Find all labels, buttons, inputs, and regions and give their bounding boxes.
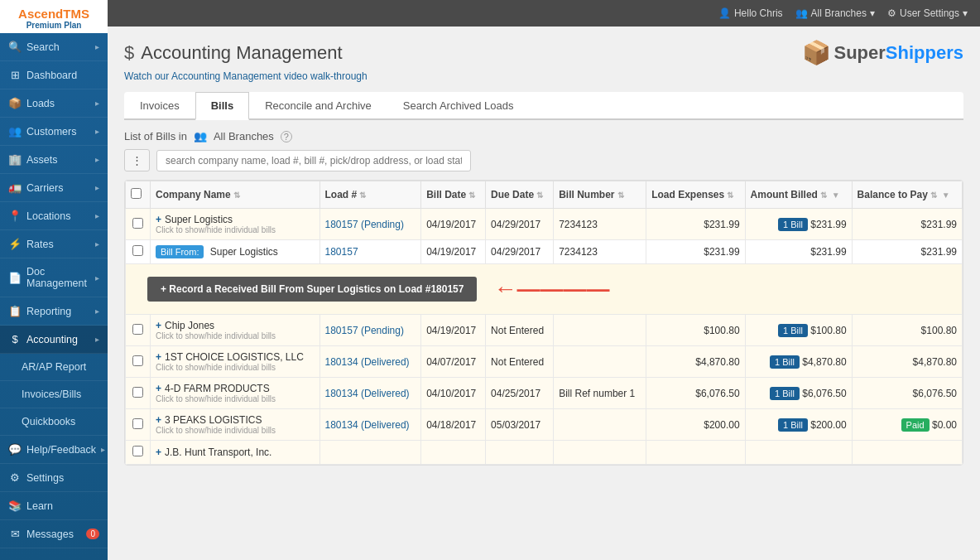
expand-row-button[interactable]: +: [156, 351, 161, 363]
sidebar-icon-rates: ⚡: [8, 238, 22, 250]
sidebar-item-customers[interactable]: 👥Customers▸: [0, 118, 108, 146]
sidebar-item-reporting[interactable]: 📋Reporting▸: [0, 297, 108, 326]
list-header-text: List of Bills in: [124, 130, 187, 142]
col-header-balance[interactable]: Balance to Pay⇅ ▼: [852, 181, 962, 209]
tab-reconcile[interactable]: Reconcile and Archive: [249, 92, 387, 120]
expand-row-button[interactable]: +: [156, 320, 161, 331]
bill-number: [554, 441, 646, 465]
sidebar-item-doc-management[interactable]: 📄Doc Management▸: [0, 258, 108, 297]
table-row: +1ST CHOICE LOGISTICS, LLCClick to show/…: [126, 346, 963, 378]
sort-icon-load-expenses: ⇅: [727, 191, 733, 200]
tab-bills[interactable]: Bills: [195, 92, 249, 120]
info-icon[interactable]: ?: [281, 131, 292, 142]
sidebar-item-dashboard[interactable]: ⊞Dashboard: [0, 61, 108, 89]
select-all-checkbox[interactable]: [131, 188, 142, 199]
load-expenses: $200.00: [646, 409, 745, 441]
tab-search-archived[interactable]: Search Archived Loads: [387, 92, 530, 120]
row-checkbox[interactable]: [132, 324, 143, 335]
sidebar-icon-learn: 📚: [8, 500, 22, 512]
arrow-indicator: ←————: [493, 276, 609, 302]
brand-logo-text: SuperShippers: [834, 42, 964, 64]
amount-billed: 1 Bill $100.80: [745, 315, 852, 346]
sidebar-label-quickbooks: Quickbooks: [22, 416, 75, 427]
sidebar-item-messages[interactable]: ✉Messages0: [0, 520, 108, 548]
company-name: 1ST CHOICE LOGISTICS, LLC: [165, 351, 304, 363]
load-link[interactable]: 180134 (Delivered): [325, 356, 410, 368]
col-header-due-date[interactable]: Due Date⇅: [486, 181, 554, 209]
sidebar-icon-accounting: $: [8, 333, 22, 345]
due-date: [486, 441, 554, 465]
chevron-icon: ▸: [95, 211, 99, 220]
due-date: 04/25/2017: [486, 378, 554, 409]
col-header-bill-date[interactable]: Bill Date⇅: [421, 181, 486, 209]
search-input[interactable]: [156, 150, 471, 171]
load-link[interactable]: 180134 (Delivered): [325, 388, 410, 399]
sidebar-item-help[interactable]: 💬Help/Feedback▸: [0, 436, 108, 464]
col-header-bill-number[interactable]: Bill Number⇅: [554, 181, 646, 209]
balance-to-pay: $6,076.50: [852, 378, 962, 409]
chevron-down-icon: ▾: [870, 7, 875, 19]
tab-invoices[interactable]: Invoices: [124, 92, 195, 120]
sidebar-item-accounting[interactable]: $Accounting▸: [0, 326, 108, 354]
col-header-load[interactable]: Load #⇅: [319, 181, 421, 209]
sidebar-icon-carriers: 🚛: [8, 181, 22, 194]
bill-count-badge: 1 Bill: [778, 324, 808, 337]
paid-badge: Paid: [901, 418, 930, 432]
row-checkbox[interactable]: [132, 418, 143, 429]
sidebar-label-locations: Locations: [26, 210, 71, 222]
branches-icon-list: 👥: [194, 130, 207, 142]
row-click-hint: Click to show/hide individual bills: [156, 225, 315, 234]
sidebar-logo: AscendTMS Premium Plan: [0, 0, 108, 33]
page-subtitle[interactable]: Watch our Accounting Management video wa…: [124, 70, 963, 82]
bill-date: 04/19/2017: [421, 209, 486, 240]
list-header: List of Bills in 👥 All Branches ?: [124, 130, 963, 142]
chevron-icon: ▸: [95, 239, 99, 249]
sidebar-item-quickbooks[interactable]: Quickbooks: [0, 408, 108, 436]
col-header-company[interactable]: Company Name⇅: [151, 181, 320, 209]
sidebar-item-carriers[interactable]: 🚛Carriers▸: [0, 174, 108, 202]
row-checkbox[interactable]: [132, 355, 143, 366]
sidebar-label-dashboard: Dashboard: [26, 70, 77, 81]
detail-checkbox[interactable]: [132, 245, 143, 256]
sidebar-item-assets[interactable]: 🏢Assets▸: [0, 146, 108, 174]
page-title: Accounting Management: [141, 42, 342, 64]
record-bill-button[interactable]: + Record a Received Bill From Super Logi…: [147, 277, 477, 302]
topbar-branches[interactable]: 👥 All Branches ▾: [795, 7, 875, 19]
expand-row-button[interactable]: +: [156, 214, 161, 225]
bill_date: 04/19/2017: [421, 240, 486, 264]
expand-row-button[interactable]: +: [156, 383, 161, 394]
sort-icon-load: ⇅: [359, 191, 366, 200]
chevron-icon: ▸: [95, 273, 99, 282]
sidebar-item-search[interactable]: 🔍Search▸: [0, 33, 108, 61]
topbar-settings[interactable]: ⚙ User Settings ▾: [887, 7, 968, 19]
sidebar-item-loads[interactable]: 📦Loads▸: [0, 89, 108, 118]
branches-icon: 👥: [795, 7, 808, 19]
col-header-load-expenses[interactable]: Load Expenses⇅: [646, 181, 745, 209]
sidebar-item-rates[interactable]: ⚡Rates▸: [0, 230, 108, 258]
load-link[interactable]: 180157 (Pending): [325, 219, 404, 230]
sort-icon-company: ⇅: [233, 191, 240, 200]
sidebar-item-ar-ap[interactable]: AR/AP Report: [0, 354, 108, 381]
expand-row-button[interactable]: +: [156, 447, 161, 458]
filter-icon-amount-billed[interactable]: ▼: [829, 191, 840, 200]
table-row: +4-D FARM PRODUCTSClick to show/hide ind…: [126, 378, 963, 409]
col-header-amount-billed[interactable]: Amount Billed⇅ ▼: [745, 181, 852, 209]
row-checkbox[interactable]: [132, 446, 143, 456]
due-date: 04/29/2017: [486, 209, 554, 240]
columns-config-button[interactable]: ⋮: [124, 149, 150, 171]
row-checkbox[interactable]: [132, 387, 143, 398]
sidebar-item-locations[interactable]: 📍Locations▸: [0, 202, 108, 230]
expand-row-button[interactable]: +: [156, 414, 161, 426]
row-checkbox[interactable]: [132, 218, 143, 229]
detail-load-link[interactable]: 180157: [325, 246, 358, 258]
sidebar-item-settings[interactable]: ⚙Settings: [0, 464, 108, 492]
topbar-user[interactable]: 👤 Hello Chris: [718, 7, 783, 19]
list-branches-label: All Branches: [214, 130, 274, 142]
chevron-icon: ▸: [95, 307, 99, 316]
sidebar-item-invoices-bills[interactable]: Invoices/Bills: [0, 381, 108, 408]
filter-icon-balance[interactable]: ▼: [939, 191, 950, 200]
sidebar-label-rates: Rates: [26, 239, 54, 250]
load-link[interactable]: 180157 (Pending): [325, 325, 404, 336]
load-link[interactable]: 180134 (Delivered): [325, 419, 410, 431]
sidebar-item-learn[interactable]: 📚Learn: [0, 492, 108, 520]
